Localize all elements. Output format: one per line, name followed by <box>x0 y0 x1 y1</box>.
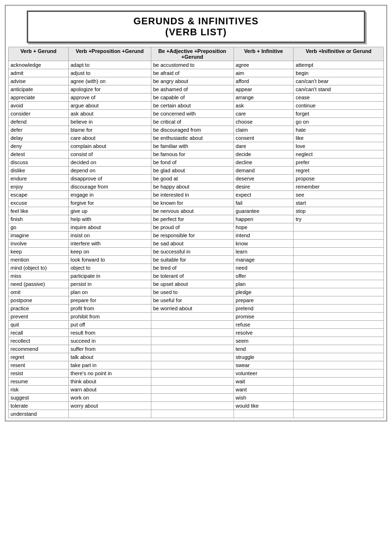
table-row: keepkeep onbe successful inlearn <box>9 248 384 256</box>
table-cell: suggest <box>9 394 69 402</box>
table-cell: claim <box>233 126 294 134</box>
table-cell <box>294 394 384 402</box>
table-cell: resent <box>9 361 69 369</box>
table-row: tolerateworry aboutwould like <box>9 402 384 410</box>
table-cell: suffer from <box>68 345 151 353</box>
table-row: resumethink aboutwait <box>9 378 384 386</box>
table-cell: understand <box>9 410 69 418</box>
table-cell: blame for <box>68 126 151 134</box>
title-line1: GERUNDS & INFINITIVES <box>33 16 359 27</box>
table-cell <box>294 337 384 345</box>
main-table: Verb + Gerund Verb +Preposition +Gerund … <box>8 47 384 418</box>
table-cell: desire <box>233 183 294 191</box>
table-row: enduredisapprove ofbe good atdeserveprop… <box>9 175 384 183</box>
table-cell: be nervous about <box>151 207 233 215</box>
table-cell: be tired of <box>151 264 233 272</box>
table-row: practiceprofit frombe worried aboutprete… <box>9 305 384 313</box>
table-cell: argue about <box>68 102 151 110</box>
table-cell: inquire about <box>68 223 151 232</box>
table-cell: aim <box>233 69 294 77</box>
table-cell: be useful for <box>151 296 233 305</box>
table-cell: talk about <box>68 353 151 361</box>
table-cell: plan <box>233 280 294 288</box>
table-cell: miss <box>9 272 69 280</box>
table-cell <box>151 410 233 418</box>
table-cell: decide <box>233 150 294 158</box>
table-cell <box>151 361 233 369</box>
table-row: deferblame forbe discouraged fromclaimha… <box>9 126 384 134</box>
table-cell: regret <box>294 167 384 175</box>
table-cell <box>294 353 384 361</box>
table-cell: forget <box>294 110 384 118</box>
table-row: mentionlook forward tobe suitable forman… <box>9 256 384 264</box>
table-cell: delay <box>9 134 69 142</box>
table-cell <box>151 378 233 386</box>
table-cell <box>294 386 384 394</box>
table-cell: persist in <box>68 280 151 288</box>
table-cell: ask <box>233 102 294 110</box>
table-cell: recollect <box>9 337 69 345</box>
table-cell <box>294 305 384 313</box>
table-cell: appear <box>233 85 294 94</box>
table-cell: can/can't stand <box>294 85 384 94</box>
table-row: adviseagree (with) onbe angry aboutaffor… <box>9 77 384 85</box>
table-body: acknowledgeadapt tobe accustomed toagree… <box>9 61 384 418</box>
table-cell <box>294 321 384 329</box>
table-cell: be afraid of <box>151 69 233 77</box>
header-row: Verb + Gerund Verb +Preposition +Gerund … <box>9 47 384 61</box>
table-cell: pledge <box>233 288 294 296</box>
table-cell: be happy about <box>151 183 233 191</box>
table-cell: depend on <box>68 167 151 175</box>
table-row: discussdecided onbe fond ofdeclineprefer <box>9 158 384 167</box>
table-cell: know <box>233 240 294 248</box>
table-row: avoidargue aboutbe certain aboutaskconti… <box>9 102 384 110</box>
table-row: preventprohibit frompromise <box>9 313 384 321</box>
table-cell: worry about <box>68 402 151 410</box>
table-cell: give up <box>68 207 151 215</box>
table-cell: consist of <box>68 150 151 158</box>
table-cell: be enthusiastic about <box>151 134 233 142</box>
table-cell: quit <box>9 321 69 329</box>
table-cell <box>294 410 384 418</box>
table-cell: succeed in <box>68 337 151 345</box>
table-row: appreciateapprove ofbe capable ofarrange… <box>9 94 384 102</box>
table-row: defendbelieve inbe critical ofchoosego o… <box>9 118 384 126</box>
table-cell <box>294 361 384 369</box>
table-cell: involve <box>9 240 69 248</box>
table-cell <box>151 329 233 337</box>
table-cell: detest <box>9 150 69 158</box>
table-cell: manage <box>233 256 294 264</box>
table-cell: plan on <box>68 288 151 296</box>
table-cell: regret <box>9 353 69 361</box>
table-cell: escape <box>9 191 69 199</box>
table-cell <box>233 410 294 418</box>
table-cell: be proud of <box>151 223 233 232</box>
header-col5: Verb +Inifinitive or Gerund <box>294 47 384 61</box>
table-cell: intend <box>233 232 294 240</box>
table-cell: keep <box>9 248 69 256</box>
table-cell: want <box>233 386 294 394</box>
table-cell: resolve <box>233 329 294 337</box>
table-row: escapeengage inbe interested inexpectsee <box>9 191 384 199</box>
table-row: mind (object to)object tobe tired ofneed <box>9 264 384 272</box>
table-cell: refuse <box>233 321 294 329</box>
table-row: delaycare aboutbe enthusiastic aboutcons… <box>9 134 384 142</box>
table-cell: happen <box>233 215 294 223</box>
table-cell <box>294 288 384 296</box>
table-cell: look forward to <box>68 256 151 264</box>
table-cell: be good at <box>151 175 233 183</box>
table-cell: go <box>9 223 69 232</box>
table-cell: imagine <box>9 232 69 240</box>
table-cell <box>294 402 384 410</box>
table-cell <box>294 256 384 264</box>
table-cell: work on <box>68 394 151 402</box>
table-cell: prohibit from <box>68 313 151 321</box>
table-cell: be familiar with <box>151 142 233 150</box>
table-row: recollectsucceed inseem <box>9 337 384 345</box>
table-cell <box>151 386 233 394</box>
table-cell: attempt <box>294 61 384 69</box>
table-cell: ask about <box>68 110 151 118</box>
table-cell: guarantee <box>233 207 294 215</box>
header-col4: Verb + Infinitive <box>233 47 294 61</box>
table-cell: hope <box>233 223 294 232</box>
